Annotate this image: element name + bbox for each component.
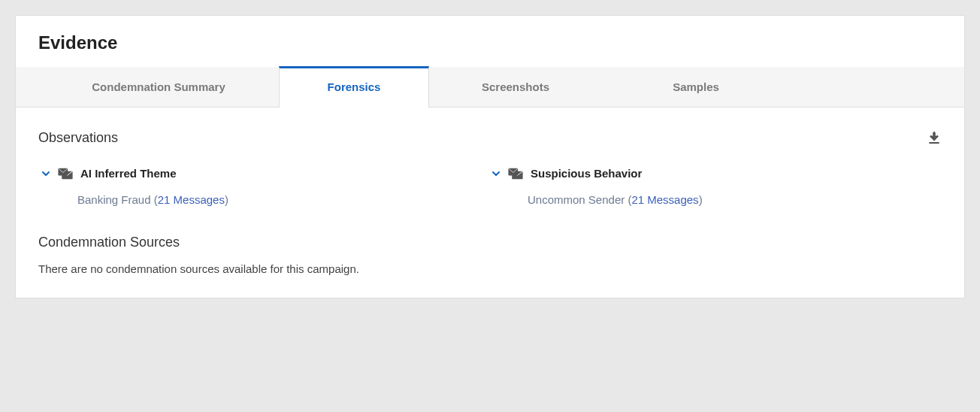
card-header: Evidence	[16, 16, 964, 67]
observations-grid: AI Inferred Theme Banking Fraud (21 Mess…	[38, 167, 942, 206]
observation-group-title: Suspicious Behavior	[531, 167, 642, 180]
observation-group-ai-theme: AI Inferred Theme Banking Fraud (21 Mess…	[41, 167, 492, 206]
svg-rect-0	[933, 132, 935, 138]
condemnation-sources-empty-text: There are no condemnation sources availa…	[38, 262, 942, 275]
observation-group-title: AI Inferred Theme	[80, 167, 177, 180]
tab-screenshots[interactable]: Screenshots	[429, 67, 602, 107]
observations-title: Observations	[38, 130, 118, 146]
evidence-card: Evidence Condemnation Summary Forensics …	[15, 15, 965, 298]
observation-item-label: Uncommon Sender	[528, 193, 625, 206]
observation-header: Suspicious Behavior	[492, 167, 942, 180]
chevron-down-icon[interactable]	[492, 169, 501, 178]
tabs: Condemnation Summary Forensics Screensho…	[16, 67, 964, 108]
paren-close: )	[699, 193, 703, 206]
page-title: Evidence	[38, 32, 942, 53]
observation-item: Banking Fraud (21 Messages)	[41, 193, 492, 206]
tab-forensics[interactable]: Forensics	[279, 66, 429, 108]
tab-label: Samples	[673, 80, 719, 93]
observation-count-link[interactable]: 21 Messages	[631, 193, 698, 206]
condemnation-sources-section: Condemnation Sources There are no condem…	[38, 235, 942, 275]
tab-samples[interactable]: Samples	[602, 67, 790, 107]
tab-label: Condemnation Summary	[92, 80, 225, 93]
observation-group-suspicious-behavior: Suspicious Behavior Uncommon Sender (21 …	[492, 167, 942, 206]
observation-count-link[interactable]: 21 Messages	[158, 193, 225, 206]
tab-content: Observations	[16, 108, 964, 298]
tab-label: Screenshots	[482, 80, 549, 93]
chevron-down-icon[interactable]	[41, 169, 50, 178]
paren-close: )	[225, 193, 228, 206]
observations-header-row: Observations	[38, 130, 942, 146]
tab-label: Forensics	[328, 80, 381, 93]
category-icon	[508, 168, 523, 180]
observation-item-label: Banking Fraud	[77, 193, 151, 206]
condemnation-sources-title: Condemnation Sources	[38, 235, 942, 250]
observation-header: AI Inferred Theme	[41, 167, 492, 180]
svg-rect-1	[929, 142, 939, 144]
category-icon	[58, 168, 73, 180]
download-icon[interactable]	[927, 131, 942, 146]
observation-item: Uncommon Sender (21 Messages)	[492, 193, 942, 206]
tab-condemnation-summary[interactable]: Condemnation Summary	[38, 67, 279, 107]
